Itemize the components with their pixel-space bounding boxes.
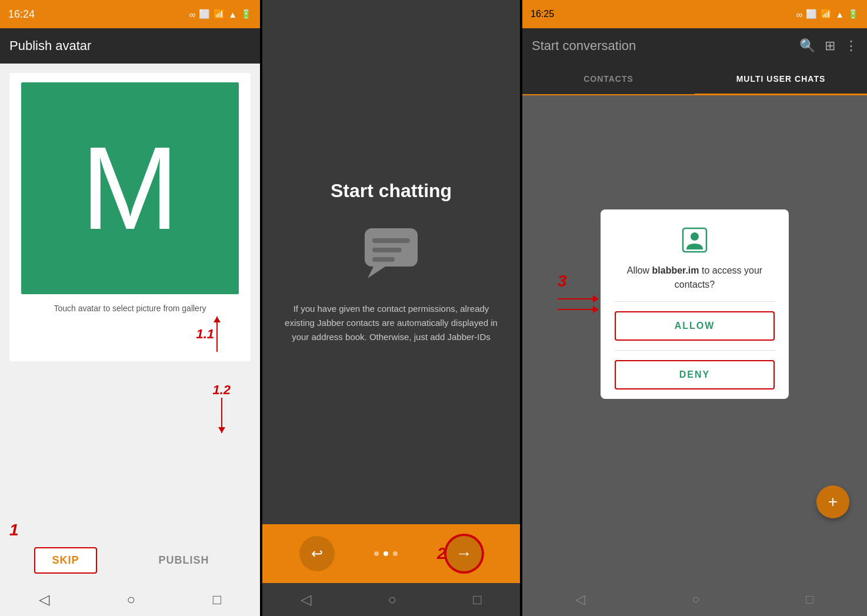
panel2-bottom: ↩ 2 → xyxy=(262,524,520,583)
next-area: 2 → xyxy=(437,535,483,572)
avatar-letter: M xyxy=(81,129,179,247)
panel-publish-avatar: 16:24 ∞ ⬜ 📶 ▲ 🔋 Publish avatar M Touch a… xyxy=(0,0,260,616)
signal-icon: ▲ xyxy=(228,9,237,19)
action-row: SKIP PUBLISH xyxy=(0,547,260,574)
arrow-right-head-1 xyxy=(593,295,599,302)
back-circle-icon: ↩ xyxy=(311,545,323,562)
avatar-image[interactable]: M xyxy=(21,82,239,294)
panel-start-conversation: 16:25 ∞ ⬜ 📶 ▲ 🔋 Start conversation 🔍 ⊞ ⋮… xyxy=(522,0,867,616)
topbar-3: Start conversation 🔍 ⊞ ⋮ xyxy=(522,28,867,64)
status-bar-3: 16:25 ∞ ⬜ 📶 ▲ 🔋 xyxy=(522,0,867,28)
time-3: 16:25 xyxy=(531,9,554,19)
arrow-right-line-2 xyxy=(558,309,593,310)
nav-bar-3: ◁ ○ □ xyxy=(522,583,867,616)
dialog-divider-1 xyxy=(615,301,775,302)
annotation-11-label: 1.1 xyxy=(196,327,214,342)
dot-3 xyxy=(393,551,398,556)
dialog-contact-icon xyxy=(681,226,709,254)
status-bar-1: 16:24 ∞ ⬜ 📶 ▲ 🔋 xyxy=(0,0,260,28)
back-circle-btn[interactable]: ↩ xyxy=(299,536,335,571)
status-icons-1: ∞ ⬜ 📶 ▲ 🔋 xyxy=(189,9,252,19)
tab-multi-user-chats[interactable]: MULTI USER CHATS xyxy=(695,64,867,95)
dot-1 xyxy=(374,551,379,556)
tablet-icon-3: ⬜ xyxy=(806,9,817,19)
fab-button[interactable]: + xyxy=(816,485,849,518)
chatting-description: If you have given the contact permission… xyxy=(280,302,502,344)
tabs-bar-3: CONTACTS MULTI USER CHATS xyxy=(522,64,867,95)
tab-muc-label: MULTI USER CHATS xyxy=(736,74,826,84)
recent-nav-2[interactable]: □ xyxy=(473,591,482,608)
next-circle-icon: → xyxy=(456,544,472,563)
recent-nav-1[interactable]: □ xyxy=(213,591,222,608)
next-circle-btn[interactable]: → xyxy=(445,535,483,572)
dialog-text-part1: Allow xyxy=(627,265,652,275)
dot-2 xyxy=(384,551,388,556)
arrow-up-11 xyxy=(216,317,218,352)
signal-icon-3: ▲ xyxy=(835,9,844,19)
skip-button[interactable]: SKIP xyxy=(34,547,96,574)
svg-rect-3 xyxy=(372,248,402,252)
arrow-right-2 xyxy=(558,306,599,313)
home-nav-1[interactable]: ○ xyxy=(126,591,135,608)
battery-icon: 🔋 xyxy=(241,9,252,19)
arrow-right-line-1 xyxy=(558,298,593,299)
start-chatting-title: Start chatting xyxy=(331,180,452,202)
dialog-text: Allow blabber.im to access your contacts… xyxy=(615,264,775,292)
more-icon-3[interactable]: ⋮ xyxy=(845,38,858,54)
nav-bar-1: ◁ ○ □ xyxy=(0,583,260,616)
panel-start-chatting: Start chatting If you have given the con… xyxy=(260,0,522,616)
panel2-content: Start chatting If you have given the con… xyxy=(262,0,520,524)
annotation-12-label: 1.2 xyxy=(212,382,231,398)
search-icon-3[interactable]: 🔍 xyxy=(799,38,815,54)
permission-dialog: Allow blabber.im to access your contacts… xyxy=(601,209,789,399)
annotation-1-label: 1 xyxy=(9,521,19,540)
dialog-divider-2 xyxy=(615,350,775,351)
back-nav-3[interactable]: ◁ xyxy=(575,592,585,607)
arrows-3 xyxy=(558,295,599,313)
tablet-icon: ⬜ xyxy=(199,9,210,19)
dots-area xyxy=(374,551,398,556)
annotation-3-area: 3 xyxy=(558,272,599,313)
svg-marker-1 xyxy=(368,267,385,278)
publish-button[interactable]: PUBLISH xyxy=(142,548,225,572)
topbar-title-3: Start conversation xyxy=(532,38,636,54)
chat-icon-big xyxy=(362,225,421,278)
home-nav-2[interactable]: ○ xyxy=(388,591,396,608)
qr-icon-3[interactable]: ⊞ xyxy=(825,38,835,54)
status-icons-3: ∞ ⬜ 📶 ▲ 🔋 xyxy=(796,9,859,19)
tab-contacts-label: CONTACTS xyxy=(583,74,633,84)
recent-nav-3[interactable]: □ xyxy=(806,592,813,607)
tab-contacts[interactable]: CONTACTS xyxy=(522,64,695,94)
annotation-11-area: 1.1 xyxy=(19,317,241,352)
wifi-icon-3: 📶 xyxy=(821,9,832,19)
wifi-icon: 📶 xyxy=(214,9,225,19)
topbar-icons-3: 🔍 ⊞ ⋮ xyxy=(799,38,858,54)
arrow-down-12 xyxy=(221,398,222,433)
back-nav-1[interactable]: ◁ xyxy=(39,591,49,608)
link-icon-3: ∞ xyxy=(796,9,802,19)
topbar-title-1: Publish avatar xyxy=(9,38,91,54)
link-icon: ∞ xyxy=(189,9,195,19)
arrow-right-1 xyxy=(558,295,599,302)
annotation-12-area: 1.2 xyxy=(212,382,231,433)
panel3-body: Allow blabber.im to access your contacts… xyxy=(522,95,867,583)
topbar-1: Publish avatar xyxy=(0,28,260,64)
battery-icon-3: 🔋 xyxy=(848,9,859,19)
fab-icon: + xyxy=(828,492,838,511)
svg-rect-2 xyxy=(372,238,410,243)
back-nav-2[interactable]: ◁ xyxy=(301,591,311,608)
avatar-card[interactable]: M Touch avatar to select picture from ga… xyxy=(9,73,251,361)
avatar-hint: Touch avatar to select picture from gall… xyxy=(54,304,206,313)
deny-button[interactable]: DENY xyxy=(615,360,775,389)
svg-point-6 xyxy=(691,232,699,241)
time-1: 16:24 xyxy=(8,8,35,21)
home-nav-3[interactable]: ○ xyxy=(692,592,699,607)
nav-bar-2: ◁ ○ □ xyxy=(262,583,520,616)
annotation-3-label: 3 xyxy=(558,272,599,291)
arrow-right-head-2 xyxy=(593,306,599,313)
svg-rect-4 xyxy=(372,257,395,262)
allow-button[interactable]: ALLOW xyxy=(615,311,775,341)
bottom-area-1: 1 1.2 SKIP PUBLISH xyxy=(0,371,260,583)
dialog-bold: blabber.im xyxy=(652,265,699,275)
